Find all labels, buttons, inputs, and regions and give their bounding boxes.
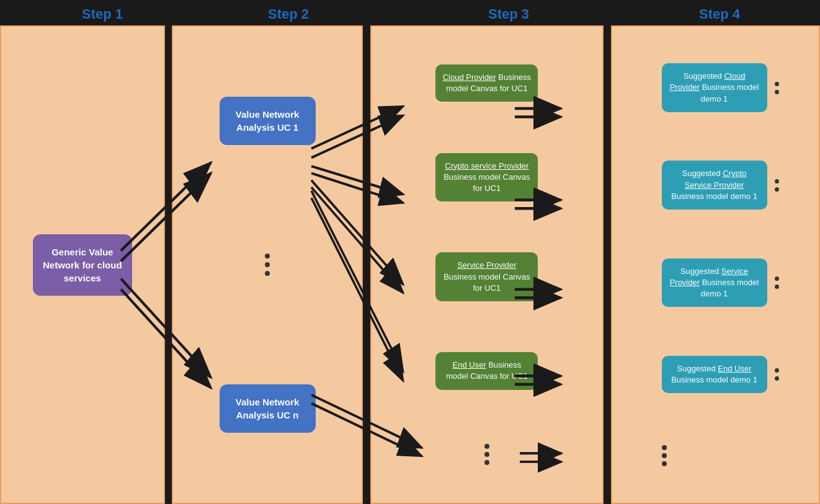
step3-label: Step 3	[360, 6, 595, 22]
col2-dots	[265, 254, 270, 276]
doth1	[775, 82, 779, 86]
col4-row3: Suggested Service Provider Business mode…	[662, 259, 779, 307]
suggested-end-user-box: Suggested End User Business model demo 1	[662, 356, 767, 393]
col1-inner: Generic Value Network for cloud services	[33, 27, 132, 503]
crypto-provider-bmc-box: Crypto service Provider Business model C…	[435, 153, 538, 202]
doth7	[775, 368, 779, 373]
col4-inner: Suggested Cloud Provider Business model …	[653, 27, 779, 503]
doth3	[775, 179, 779, 183]
col4-dots3	[775, 276, 779, 289]
col4-row2: Suggested Crypto Service Provider Busine…	[662, 161, 779, 210]
col1-panel: Generic Value Network for cloud services	[0, 25, 165, 504]
divider1	[165, 25, 172, 504]
dot-c3	[662, 461, 667, 466]
col4-panel: Suggested Cloud Provider Business model …	[611, 25, 820, 504]
divider3	[604, 25, 611, 504]
dot-b1	[484, 444, 489, 449]
suggested-crypto-provider-box: Suggested Crypto Service Provider Busine…	[662, 161, 767, 210]
doth8	[775, 376, 779, 381]
col4-row1: Suggested Cloud Provider Business model …	[662, 63, 779, 112]
cloud-provider-bmc-box: Cloud Provider Business model Canvas for…	[435, 64, 538, 102]
end-user-bmc-box: End User Business model Canvas for UC1	[435, 352, 538, 389]
dot-c1	[662, 445, 667, 450]
dot1	[265, 254, 270, 259]
doth4	[775, 187, 779, 192]
diagram-area: Generic Value Network for cloud services…	[0, 25, 820, 504]
suggested-service-provider-box: Suggested Service Provider Business mode…	[662, 259, 767, 307]
generic-value-network-box: Generic Value Network for cloud services	[33, 234, 132, 296]
col2-panel: Value Network Analysis UC 1 Value Networ…	[172, 25, 362, 504]
col4-dots2	[775, 179, 779, 192]
divider2	[363, 25, 370, 504]
main-container: Step 1 Step 2 Step 3 Step 4 Generic Valu…	[0, 0, 820, 504]
doth5	[775, 276, 779, 281]
suggested-cloud-provider-box: Suggested Cloud Provider Business model …	[662, 63, 767, 112]
col4-row4: Suggested End User Business model demo 1	[662, 356, 779, 393]
col3-bottom-dots	[484, 444, 489, 465]
step4-label: Step 4	[595, 6, 806, 22]
dot3	[265, 271, 270, 276]
col2-inner: Value Network Analysis UC 1 Value Networ…	[220, 27, 316, 503]
col4-bottom-dots	[662, 445, 667, 466]
col4-dots1	[775, 82, 779, 94]
dot2	[265, 262, 270, 267]
vna-ucn-box: Value Network Analysis UC n	[220, 384, 316, 433]
doth2	[775, 90, 779, 94]
step2-label: Step 2	[167, 6, 360, 22]
header-row: Step 1 Step 2 Step 3 Step 4	[0, 0, 820, 25]
col3-panel: Cloud Provider Business model Canvas for…	[370, 25, 604, 504]
vna-uc1-box: Value Network Analysis UC 1	[220, 97, 316, 145]
dot-b2	[484, 452, 489, 457]
dot-b3	[484, 460, 489, 465]
dot-c2	[662, 453, 667, 458]
col4-dots4	[775, 368, 779, 381]
service-provider-bmc-box: Service Provider Business model Canvas f…	[435, 252, 538, 301]
step1-label: Step 1	[0, 6, 167, 22]
col3-inner: Cloud Provider Business model Canvas for…	[435, 27, 538, 503]
doth6	[775, 285, 779, 289]
